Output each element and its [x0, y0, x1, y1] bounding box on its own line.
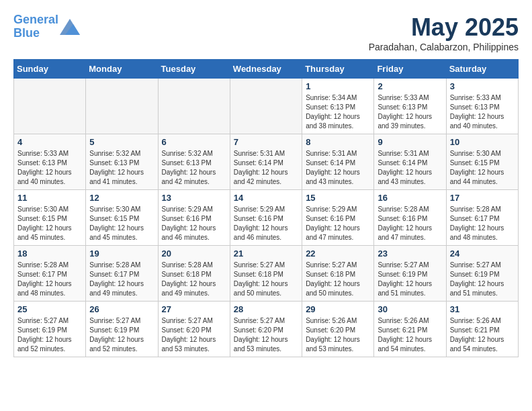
day-number: 10 — [450, 137, 515, 147]
calendar-day-cell: 30Sunrise: 5:26 AMSunset: 6:21 PMDayligh… — [374, 302, 446, 357]
day-number: 2 — [378, 81, 442, 91]
calendar-day-cell: 14Sunrise: 5:29 AMSunset: 6:16 PMDayligh… — [230, 190, 302, 246]
calendar-day-cell — [86, 79, 158, 134]
day-number: 8 — [306, 137, 370, 147]
day-info: Sunrise: 5:28 AMSunset: 6:17 PMDaylight:… — [17, 261, 82, 298]
day-info: Sunrise: 5:31 AMSunset: 6:14 PMDaylight:… — [378, 149, 442, 187]
calendar-day-cell: 27Sunrise: 5:27 AMSunset: 6:20 PMDayligh… — [158, 302, 230, 357]
day-info: Sunrise: 5:29 AMSunset: 6:16 PMDaylight:… — [234, 205, 298, 242]
calendar-day-cell: 25Sunrise: 5:27 AMSunset: 6:19 PMDayligh… — [14, 302, 86, 357]
day-info: Sunrise: 5:33 AMSunset: 6:13 PMDaylight:… — [378, 93, 442, 131]
day-info: Sunrise: 5:26 AMSunset: 6:21 PMDaylight:… — [378, 316, 442, 354]
day-number: 1 — [306, 81, 370, 91]
day-number: 22 — [306, 248, 370, 259]
day-info: Sunrise: 5:27 AMSunset: 6:19 PMDaylight:… — [378, 261, 442, 298]
calendar-day-cell: 31Sunrise: 5:26 AMSunset: 6:21 PMDayligh… — [446, 302, 518, 357]
calendar-day-cell: 18Sunrise: 5:28 AMSunset: 6:17 PMDayligh… — [14, 246, 86, 302]
calendar-day-cell: 8Sunrise: 5:31 AMSunset: 6:14 PMDaylight… — [302, 134, 374, 190]
calendar-day-cell: 9Sunrise: 5:31 AMSunset: 6:14 PMDaylight… — [374, 134, 446, 190]
day-number: 27 — [162, 304, 226, 314]
day-number: 9 — [378, 137, 442, 147]
day-number: 12 — [89, 193, 154, 203]
day-number: 15 — [306, 193, 370, 203]
day-number: 11 — [17, 193, 82, 203]
day-number: 16 — [378, 193, 442, 203]
day-info: Sunrise: 5:27 AMSunset: 6:19 PMDaylight:… — [450, 261, 515, 298]
day-number: 4 — [17, 137, 82, 147]
day-header-wednesday: Wednesday — [230, 60, 302, 79]
day-number: 21 — [234, 248, 298, 259]
day-info: Sunrise: 5:31 AMSunset: 6:14 PMDaylight:… — [234, 149, 298, 187]
day-number: 31 — [450, 304, 515, 314]
day-info: Sunrise: 5:28 AMSunset: 6:16 PMDaylight:… — [378, 205, 442, 242]
day-info: Sunrise: 5:30 AMSunset: 6:15 PMDaylight:… — [89, 205, 154, 242]
day-info: Sunrise: 5:30 AMSunset: 6:15 PMDaylight:… — [450, 149, 515, 187]
day-info: Sunrise: 5:33 AMSunset: 6:13 PMDaylight:… — [450, 93, 515, 131]
day-number: 19 — [89, 248, 154, 259]
calendar-day-cell: 15Sunrise: 5:29 AMSunset: 6:16 PMDayligh… — [302, 190, 374, 246]
day-header-saturday: Saturday — [446, 60, 518, 79]
day-number: 18 — [17, 248, 82, 259]
day-header-thursday: Thursday — [302, 60, 374, 79]
calendar-day-cell — [158, 79, 230, 134]
calendar-week-row: 18Sunrise: 5:28 AMSunset: 6:17 PMDayligh… — [14, 246, 519, 302]
day-header-monday: Monday — [86, 60, 158, 79]
day-info: Sunrise: 5:28 AMSunset: 6:17 PMDaylight:… — [89, 261, 154, 298]
calendar-day-cell: 1Sunrise: 5:34 AMSunset: 6:13 PMDaylight… — [302, 79, 374, 134]
day-number: 28 — [234, 304, 298, 314]
calendar-day-cell: 23Sunrise: 5:27 AMSunset: 6:19 PMDayligh… — [374, 246, 446, 302]
calendar-day-cell: 22Sunrise: 5:27 AMSunset: 6:18 PMDayligh… — [302, 246, 374, 302]
calendar-day-cell: 24Sunrise: 5:27 AMSunset: 6:19 PMDayligh… — [446, 246, 518, 302]
day-info: Sunrise: 5:29 AMSunset: 6:16 PMDaylight:… — [162, 205, 226, 242]
calendar-week-row: 4Sunrise: 5:33 AMSunset: 6:13 PMDaylight… — [14, 134, 519, 190]
logo-icon — [60, 19, 80, 35]
day-info: Sunrise: 5:32 AMSunset: 6:13 PMDaylight:… — [89, 149, 154, 187]
day-number: 30 — [378, 304, 442, 314]
day-number: 17 — [450, 193, 515, 203]
logo: General Blue — [13, 13, 80, 40]
calendar-day-cell — [14, 79, 86, 134]
calendar-day-cell: 19Sunrise: 5:28 AMSunset: 6:17 PMDayligh… — [86, 246, 158, 302]
calendar-day-cell: 4Sunrise: 5:33 AMSunset: 6:13 PMDaylight… — [14, 134, 86, 190]
calendar-day-cell: 3Sunrise: 5:33 AMSunset: 6:13 PMDaylight… — [446, 79, 518, 134]
day-number: 3 — [450, 81, 515, 91]
day-number: 24 — [450, 248, 515, 259]
day-info: Sunrise: 5:27 AMSunset: 6:18 PMDaylight:… — [234, 261, 298, 298]
day-number: 20 — [162, 248, 226, 259]
calendar-day-cell: 20Sunrise: 5:28 AMSunset: 6:18 PMDayligh… — [158, 246, 230, 302]
day-header-sunday: Sunday — [14, 60, 86, 79]
calendar-day-cell: 10Sunrise: 5:30 AMSunset: 6:15 PMDayligh… — [446, 134, 518, 190]
location-subtitle: Paradahan, Calabarzon, Philippines — [369, 42, 519, 52]
calendar-week-row: 1Sunrise: 5:34 AMSunset: 6:13 PMDaylight… — [14, 79, 519, 134]
calendar-day-cell: 11Sunrise: 5:30 AMSunset: 6:15 PMDayligh… — [14, 190, 86, 246]
calendar-day-cell: 2Sunrise: 5:33 AMSunset: 6:13 PMDaylight… — [374, 79, 446, 134]
day-info: Sunrise: 5:27 AMSunset: 6:19 PMDaylight:… — [89, 316, 154, 354]
day-info: Sunrise: 5:27 AMSunset: 6:19 PMDaylight:… — [17, 316, 82, 354]
calendar-day-cell: 17Sunrise: 5:28 AMSunset: 6:17 PMDayligh… — [446, 190, 518, 246]
day-number: 29 — [306, 304, 370, 314]
day-info: Sunrise: 5:28 AMSunset: 6:17 PMDaylight:… — [450, 205, 515, 242]
day-info: Sunrise: 5:26 AMSunset: 6:21 PMDaylight:… — [450, 316, 515, 354]
calendar-week-row: 11Sunrise: 5:30 AMSunset: 6:15 PMDayligh… — [14, 190, 519, 246]
day-number: 5 — [89, 137, 154, 147]
day-info: Sunrise: 5:34 AMSunset: 6:13 PMDaylight:… — [306, 93, 370, 131]
day-number: 14 — [234, 193, 298, 203]
calendar-day-cell: 29Sunrise: 5:26 AMSunset: 6:20 PMDayligh… — [302, 302, 374, 357]
day-number: 25 — [17, 304, 82, 314]
day-number: 6 — [162, 137, 226, 147]
day-info: Sunrise: 5:33 AMSunset: 6:13 PMDaylight:… — [17, 149, 82, 187]
calendar-day-cell: 28Sunrise: 5:27 AMSunset: 6:20 PMDayligh… — [230, 302, 302, 357]
calendar-day-cell — [230, 79, 302, 134]
day-info: Sunrise: 5:27 AMSunset: 6:20 PMDaylight:… — [162, 316, 226, 354]
calendar-day-cell: 6Sunrise: 5:32 AMSunset: 6:13 PMDaylight… — [158, 134, 230, 190]
day-number: 26 — [89, 304, 154, 314]
calendar-week-row: 25Sunrise: 5:27 AMSunset: 6:19 PMDayligh… — [14, 302, 519, 357]
day-number: 7 — [234, 137, 298, 147]
day-number: 23 — [378, 248, 442, 259]
logo-text: General Blue — [13, 13, 58, 40]
day-info: Sunrise: 5:30 AMSunset: 6:15 PMDaylight:… — [17, 205, 82, 242]
calendar-day-cell: 5Sunrise: 5:32 AMSunset: 6:13 PMDaylight… — [86, 134, 158, 190]
calendar-day-cell: 13Sunrise: 5:29 AMSunset: 6:16 PMDayligh… — [158, 190, 230, 246]
month-title: May 2025 — [369, 13, 519, 42]
calendar-day-cell: 7Sunrise: 5:31 AMSunset: 6:14 PMDaylight… — [230, 134, 302, 190]
